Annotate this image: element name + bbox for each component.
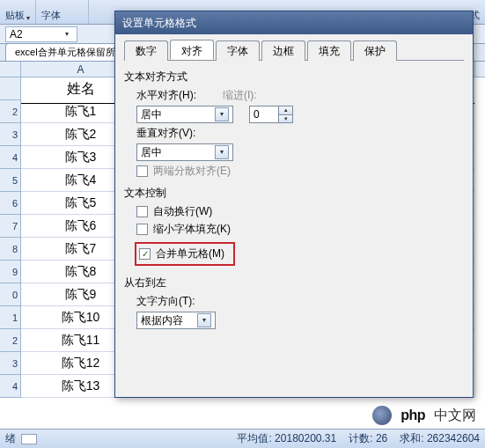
wrap-text-checkbox[interactable]	[136, 206, 148, 217]
dialog-body: 数字 对齐 字体 边框 填充 保护 文本对齐方式 水平对齐(H): 缩进(I):…	[115, 34, 473, 397]
watermark-site: 中文网	[434, 407, 476, 425]
chevron-down-icon[interactable]: ▾	[197, 313, 211, 327]
horizontal-align-combo[interactable]: 居中 ▾	[136, 106, 233, 123]
workbook-tab-label: excel合并单元格保留所	[15, 46, 115, 59]
merge-cells-highlight: 合并单元格(M)	[135, 242, 235, 266]
spinner-value: 0	[254, 108, 260, 121]
shrink-to-fit-label: 缩小字体填充(K)	[153, 222, 231, 237]
status-mode: 绪	[5, 431, 16, 446]
wrap-text-label: 自动换行(W)	[153, 204, 212, 219]
row-header[interactable]: 8	[0, 238, 20, 261]
spinner-up-icon[interactable]: ▴	[278, 106, 292, 115]
text-direction-label: 文字方向(T):	[136, 294, 207, 309]
dialog-titlebar[interactable]: 设置单元格格式	[115, 11, 473, 34]
row-header[interactable]: 1	[0, 306, 20, 329]
chevron-down-icon[interactable]: ▾	[215, 145, 229, 159]
section-text-alignment: 文本对齐方式	[124, 70, 464, 84]
row-header[interactable]: 3	[0, 123, 20, 146]
row-header[interactable]: 5	[0, 169, 20, 192]
status-bar: 绪 平均值: 20180200.31 计数: 26 求和: 262342604	[0, 429, 485, 448]
status-avg: 平均值: 20180200.31	[237, 431, 336, 446]
text-direction-combo[interactable]: 根据内容 ▾	[136, 312, 216, 329]
name-box[interactable]: A2 ▾	[5, 26, 77, 42]
dialog-tabs: 数字 对齐 字体 边框 填充 保护	[124, 40, 464, 61]
row-headers: 2 3 4 5 6 7 8 9 0 1 2 3 4	[0, 77, 21, 398]
tab-number[interactable]: 数字	[124, 40, 168, 61]
watermark-brand: php	[397, 407, 429, 424]
status-sum: 求和: 262342604	[400, 431, 480, 446]
vertical-align-label: 垂直对齐(V):	[136, 126, 207, 141]
row-header[interactable]: 4	[0, 375, 20, 398]
section-rtl: 从右到左	[124, 275, 464, 290]
tab-border[interactable]: 边框	[261, 40, 305, 61]
row-header[interactable]: 2	[0, 329, 20, 352]
section-text-control: 文本控制	[124, 186, 464, 201]
status-count: 计数: 26	[349, 431, 387, 446]
chevron-down-icon[interactable]: ▾	[215, 107, 229, 121]
sheet-selector-icon[interactable]	[21, 434, 37, 444]
dialog-title: 设置单元格格式	[122, 16, 196, 31]
workbook-tab[interactable]: excel合并单元格保留所	[5, 43, 120, 61]
row-header[interactable]: 6	[0, 192, 20, 215]
tab-font[interactable]: 字体	[216, 40, 260, 61]
format-cells-dialog: 设置单元格格式 数字 对齐 字体 边框 填充 保护 文本对齐方式 水平对齐(H)…	[114, 11, 474, 398]
tab-alignment[interactable]: 对齐	[170, 40, 214, 60]
justify-distributed-checkbox	[136, 165, 148, 177]
name-box-dropdown-icon[interactable]: ▾	[61, 27, 73, 41]
shrink-to-fit-checkbox[interactable]	[136, 224, 148, 235]
justify-distributed-label: 两端分散对齐(E)	[153, 164, 231, 179]
combo-value: 居中	[141, 145, 162, 160]
merge-cells-checkbox[interactable]	[139, 248, 151, 260]
row-header[interactable]: 7	[0, 215, 20, 238]
vertical-align-combo[interactable]: 居中 ▾	[136, 143, 233, 161]
row-header[interactable]	[0, 77, 20, 100]
merge-cells-label: 合并单元格(M)	[156, 246, 224, 261]
indent-label: 缩进(I):	[223, 88, 257, 103]
row-header[interactable]: 2	[0, 100, 20, 123]
combo-value: 根据内容	[141, 313, 183, 328]
spinner-down-icon[interactable]: ▾	[278, 115, 292, 123]
indent-spinner[interactable]: 0 ▴ ▾	[249, 106, 293, 123]
row-header[interactable]: 9	[0, 261, 20, 283]
watermark: php 中文网	[372, 406, 476, 425]
name-box-value: A2	[10, 28, 23, 40]
dialog-launcher-icon[interactable]: ▾	[25, 15, 30, 22]
ribbon-group-label: 字体	[41, 9, 61, 22]
horizontal-align-label: 水平对齐(H):	[136, 88, 207, 103]
select-all-corner[interactable]	[0, 62, 21, 77]
tab-fill[interactable]: 填充	[307, 40, 351, 61]
row-header[interactable]: 4	[0, 146, 20, 169]
tab-protection[interactable]: 保护	[353, 40, 397, 61]
ribbon-group-clipboard: 贴板 ▾	[0, 0, 36, 24]
ribbon-group-label: 贴板	[5, 9, 25, 22]
row-header[interactable]: 3	[0, 352, 20, 375]
row-header[interactable]: 0	[0, 283, 20, 306]
combo-value: 居中	[141, 107, 162, 122]
alignment-panel: 文本对齐方式 水平对齐(H): 缩进(I): 居中 ▾ 0 ▴	[124, 70, 464, 329]
elephant-icon	[372, 406, 392, 425]
ribbon-group-font: 字体	[36, 0, 89, 24]
